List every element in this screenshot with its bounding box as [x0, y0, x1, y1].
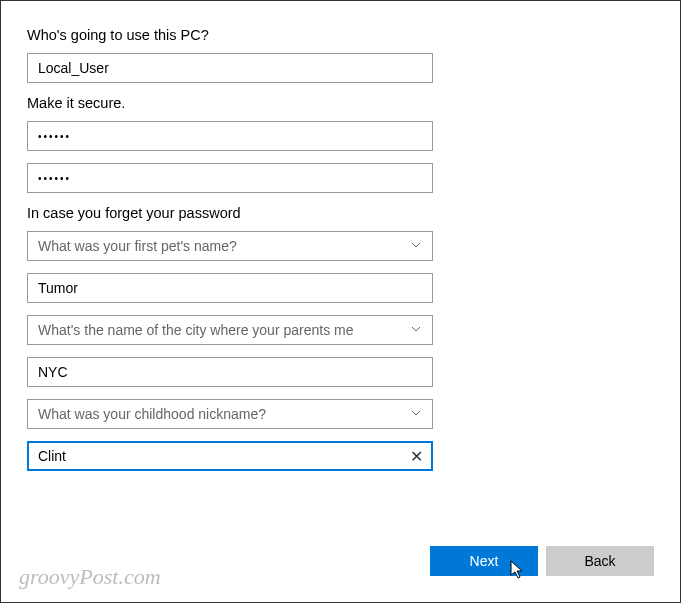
chevron-down-icon	[410, 406, 422, 422]
security-question-2-text: What's the name of the city where your p…	[38, 322, 354, 338]
security-questions-label: In case you forget your password	[27, 205, 654, 221]
next-button[interactable]: Next	[430, 546, 538, 576]
watermark-text: groovyPost.com	[19, 564, 161, 590]
username-section-label: Who's going to use this PC?	[27, 27, 654, 43]
clear-input-icon[interactable]: ✕	[410, 447, 423, 466]
security-answer-1-value: Tumor	[38, 280, 78, 296]
password-value: ••••••	[38, 131, 71, 142]
confirm-password-value: ••••••	[38, 173, 71, 184]
back-button[interactable]: Back	[546, 546, 654, 576]
password-section-label: Make it secure.	[27, 95, 654, 111]
confirm-password-input[interactable]: ••••••	[27, 163, 433, 193]
username-input[interactable]: Local_User	[27, 53, 433, 83]
security-answer-2-input[interactable]: NYC	[27, 357, 433, 387]
security-question-1-select[interactable]: What was your first pet's name?	[27, 231, 433, 261]
security-answer-1-input[interactable]: Tumor	[27, 273, 433, 303]
password-input[interactable]: ••••••	[27, 121, 433, 151]
chevron-down-icon	[410, 322, 422, 338]
security-answer-3-input[interactable]: Clint ✕	[27, 441, 433, 471]
security-question-3-text: What was your childhood nickname?	[38, 406, 266, 422]
button-row: Next Back	[430, 546, 654, 576]
security-answer-3-value: Clint	[38, 448, 66, 464]
username-value: Local_User	[38, 60, 109, 76]
security-question-3-select[interactable]: What was your childhood nickname?	[27, 399, 433, 429]
security-answer-2-value: NYC	[38, 364, 68, 380]
security-question-2-select[interactable]: What's the name of the city where your p…	[27, 315, 433, 345]
security-question-1-text: What was your first pet's name?	[38, 238, 237, 254]
chevron-down-icon	[410, 238, 422, 254]
